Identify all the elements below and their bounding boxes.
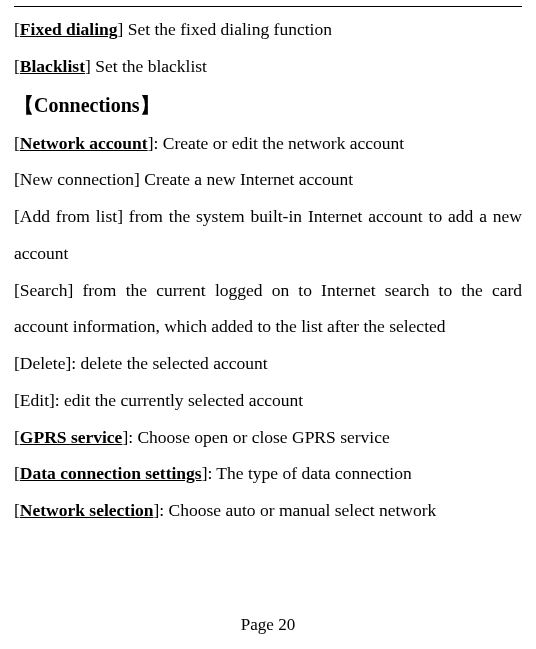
entry-delete: [Delete]: delete the selected account	[14, 345, 522, 382]
desc-network-selection: : Choose auto or manual select network	[159, 500, 436, 520]
page-content: [Fixed dialing] Set the fixed dialing fu…	[14, 11, 522, 529]
entry-new-connection: [New connection] Create a new Internet a…	[14, 161, 522, 198]
label-search: Search	[20, 280, 68, 300]
desc-edit: : edit the currently selected account	[55, 390, 303, 410]
label-delete: Delete	[20, 353, 66, 373]
heavy-bracket-open: 【	[14, 94, 34, 116]
desc-gprs-service: : Choose open or close GPRS service	[128, 427, 390, 447]
desc-search: from the current logged on to Internet s…	[14, 280, 522, 337]
label-add-from-list: Add from list	[20, 206, 117, 226]
top-divider	[14, 6, 522, 7]
entry-edit: [Edit]: edit the currently selected acco…	[14, 382, 522, 419]
entry-network-account: [Network account]: Create or edit the ne…	[14, 125, 522, 162]
label-gprs-service: GPRS service	[20, 427, 123, 447]
section-title: Connections	[34, 94, 140, 116]
entry-blacklist: [Blacklist] Set the blacklist	[14, 48, 522, 85]
desc-fixed-dialing: Set the fixed dialing function	[123, 19, 332, 39]
desc-new-connection: Create a new Internet account	[140, 169, 353, 189]
desc-data-connection-settings: : The type of data connection	[207, 463, 411, 483]
label-new-connection: New connection	[20, 169, 134, 189]
heavy-bracket-close: 】	[140, 94, 160, 116]
label-blacklist: Blacklist	[20, 56, 85, 76]
label-network-account: Network account	[20, 133, 148, 153]
label-fixed-dialing: Fixed dialing	[20, 19, 118, 39]
label-data-connection-settings: Data connection settings	[20, 463, 202, 483]
entry-fixed-dialing: [Fixed dialing] Set the fixed dialing fu…	[14, 11, 522, 48]
desc-network-account: : Create or edit the network account	[153, 133, 404, 153]
label-network-selection: Network selection	[20, 500, 154, 520]
entry-search: [Search] from the current logged on to I…	[14, 272, 522, 346]
label-edit: Edit	[20, 390, 49, 410]
entry-gprs-service: [GPRS service]: Choose open or close GPR…	[14, 419, 522, 456]
entry-data-connection-settings: [Data connection settings]: The type of …	[14, 455, 522, 492]
desc-blacklist: Set the blacklist	[91, 56, 207, 76]
entry-add-from-list: [Add from list] from the system built-in…	[14, 198, 522, 272]
desc-delete: : delete the selected account	[71, 353, 267, 373]
page-number-footer: Page 20	[0, 615, 536, 635]
entry-network-selection: [Network selection]: Choose auto or manu…	[14, 492, 522, 529]
section-heading-connections: 【Connections】	[14, 85, 522, 125]
